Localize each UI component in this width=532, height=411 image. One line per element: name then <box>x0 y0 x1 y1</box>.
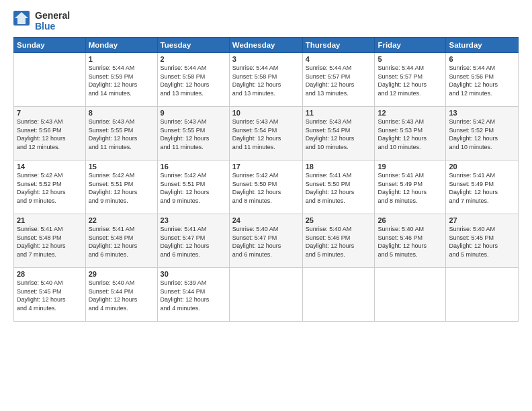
day-number: 25 <box>306 216 372 224</box>
day-info: Sunrise: 5:40 AM Sunset: 5:44 PM Dayligh… <box>89 279 154 312</box>
day-info: Sunrise: 5:44 AM Sunset: 5:57 PM Dayligh… <box>378 64 443 97</box>
day-info: Sunrise: 5:44 AM Sunset: 5:58 PM Dayligh… <box>161 64 226 97</box>
calendar-cell: 24Sunrise: 5:40 AM Sunset: 5:47 PM Dayli… <box>229 214 302 268</box>
calendar-day-header: Monday <box>85 38 157 53</box>
calendar-cell: 25Sunrise: 5:40 AM Sunset: 5:46 PM Dayli… <box>302 214 375 268</box>
day-info: Sunrise: 5:41 AM Sunset: 5:47 PM Dayligh… <box>161 225 226 259</box>
day-info: Sunrise: 5:42 AM Sunset: 5:51 PM Dayligh… <box>89 171 154 205</box>
day-info: Sunrise: 5:42 AM Sunset: 5:52 PM Dayligh… <box>449 118 515 151</box>
day-info: Sunrise: 5:42 AM Sunset: 5:52 PM Dayligh… <box>17 171 83 205</box>
calendar-cell: 15Sunrise: 5:42 AM Sunset: 5:51 PM Dayli… <box>85 161 157 214</box>
calendar-cell: 29Sunrise: 5:40 AM Sunset: 5:44 PM Dayli… <box>85 268 157 322</box>
day-info: Sunrise: 5:43 AM Sunset: 5:55 PM Dayligh… <box>161 118 226 151</box>
day-number: 17 <box>232 163 300 171</box>
day-number: 30 <box>161 270 226 278</box>
page: General Blue SundayMondayTuesdayWednesda… <box>0 0 532 411</box>
calendar-day-header: Friday <box>375 38 446 53</box>
day-number: 6 <box>449 55 515 63</box>
calendar-cell: 23Sunrise: 5:41 AM Sunset: 5:47 PM Dayli… <box>157 214 229 268</box>
day-number: 1 <box>89 55 154 63</box>
day-info: Sunrise: 5:40 AM Sunset: 5:46 PM Dayligh… <box>378 225 443 259</box>
day-info: Sunrise: 5:43 AM Sunset: 5:53 PM Dayligh… <box>378 118 443 151</box>
calendar-cell: 28Sunrise: 5:40 AM Sunset: 5:45 PM Dayli… <box>14 268 86 322</box>
day-number: 26 <box>378 216 443 224</box>
day-info: Sunrise: 5:43 AM Sunset: 5:54 PM Dayligh… <box>306 118 372 151</box>
logo-blue: Blue <box>35 21 70 32</box>
calendar-cell <box>446 268 519 322</box>
logo: General Blue <box>13 10 70 32</box>
day-number: 10 <box>232 109 300 117</box>
calendar-cell <box>375 268 446 322</box>
day-number: 5 <box>378 55 443 63</box>
calendar-cell: 26Sunrise: 5:40 AM Sunset: 5:46 PM Dayli… <box>375 214 446 268</box>
day-info: Sunrise: 5:44 AM Sunset: 5:59 PM Dayligh… <box>89 64 154 97</box>
calendar-week-row: 14Sunrise: 5:42 AM Sunset: 5:52 PM Dayli… <box>14 161 519 214</box>
calendar-cell <box>302 268 375 322</box>
day-info: Sunrise: 5:44 AM Sunset: 5:57 PM Dayligh… <box>306 64 372 97</box>
day-number: 23 <box>161 216 226 224</box>
calendar-week-row: 7Sunrise: 5:43 AM Sunset: 5:56 PM Daylig… <box>14 107 519 161</box>
calendar-cell: 2Sunrise: 5:44 AM Sunset: 5:58 PM Daylig… <box>157 53 229 107</box>
calendar-day-header: Sunday <box>14 38 86 53</box>
day-info: Sunrise: 5:42 AM Sunset: 5:50 PM Dayligh… <box>232 171 300 205</box>
day-info: Sunrise: 5:42 AM Sunset: 5:51 PM Dayligh… <box>161 171 226 205</box>
calendar-cell: 4Sunrise: 5:44 AM Sunset: 5:57 PM Daylig… <box>302 53 375 107</box>
calendar-cell: 22Sunrise: 5:41 AM Sunset: 5:48 PM Dayli… <box>85 214 157 268</box>
calendar-day-header: Tuesday <box>157 38 229 53</box>
day-number: 20 <box>449 163 515 171</box>
calendar-cell: 14Sunrise: 5:42 AM Sunset: 5:52 PM Dayli… <box>14 161 86 214</box>
day-number: 13 <box>449 109 515 117</box>
day-number: 16 <box>161 163 226 171</box>
day-number: 21 <box>17 216 83 224</box>
day-number: 27 <box>449 216 515 224</box>
calendar-cell: 17Sunrise: 5:42 AM Sunset: 5:50 PM Dayli… <box>229 161 302 214</box>
calendar-cell: 18Sunrise: 5:41 AM Sunset: 5:50 PM Dayli… <box>302 161 375 214</box>
day-info: Sunrise: 5:41 AM Sunset: 5:50 PM Dayligh… <box>306 171 372 205</box>
calendar-cell: 30Sunrise: 5:39 AM Sunset: 5:44 PM Dayli… <box>157 268 229 322</box>
calendar-cell: 3Sunrise: 5:44 AM Sunset: 5:58 PM Daylig… <box>229 53 302 107</box>
calendar-day-header: Wednesday <box>229 38 302 53</box>
day-info: Sunrise: 5:41 AM Sunset: 5:48 PM Dayligh… <box>89 225 154 259</box>
calendar-cell <box>229 268 302 322</box>
day-info: Sunrise: 5:43 AM Sunset: 5:55 PM Dayligh… <box>89 118 154 151</box>
calendar-day-header: Saturday <box>446 38 519 53</box>
day-number: 3 <box>232 55 300 63</box>
day-number: 15 <box>89 163 154 171</box>
calendar-cell: 13Sunrise: 5:42 AM Sunset: 5:52 PM Dayli… <box>446 107 519 161</box>
day-number: 11 <box>306 109 372 117</box>
day-number: 9 <box>161 109 226 117</box>
day-info: Sunrise: 5:44 AM Sunset: 5:58 PM Dayligh… <box>232 64 300 97</box>
day-number: 7 <box>17 109 83 117</box>
day-info: Sunrise: 5:40 AM Sunset: 5:45 PM Dayligh… <box>449 225 515 259</box>
day-number: 18 <box>306 163 372 171</box>
day-number: 29 <box>89 270 154 278</box>
calendar-cell: 9Sunrise: 5:43 AM Sunset: 5:55 PM Daylig… <box>157 107 229 161</box>
day-number: 12 <box>378 109 443 117</box>
day-info: Sunrise: 5:41 AM Sunset: 5:49 PM Dayligh… <box>449 171 515 205</box>
day-info: Sunrise: 5:41 AM Sunset: 5:49 PM Dayligh… <box>378 171 443 205</box>
calendar-week-row: 1Sunrise: 5:44 AM Sunset: 5:59 PM Daylig… <box>14 53 519 107</box>
day-info: Sunrise: 5:43 AM Sunset: 5:56 PM Dayligh… <box>17 118 83 151</box>
day-number: 4 <box>306 55 372 63</box>
day-number: 22 <box>89 216 154 224</box>
calendar-cell: 7Sunrise: 5:43 AM Sunset: 5:56 PM Daylig… <box>14 107 86 161</box>
logo-svg <box>13 11 30 31</box>
logo-general: General <box>35 10 70 21</box>
day-info: Sunrise: 5:41 AM Sunset: 5:48 PM Dayligh… <box>17 225 83 259</box>
day-info: Sunrise: 5:40 AM Sunset: 5:46 PM Dayligh… <box>306 225 372 259</box>
day-info: Sunrise: 5:39 AM Sunset: 5:44 PM Dayligh… <box>161 279 226 312</box>
day-number: 24 <box>232 216 300 224</box>
day-number: 14 <box>17 163 83 171</box>
day-info: Sunrise: 5:40 AM Sunset: 5:45 PM Dayligh… <box>17 279 83 312</box>
calendar-header-row: SundayMondayTuesdayWednesdayThursdayFrid… <box>14 38 519 53</box>
header: General Blue <box>13 10 519 32</box>
calendar-cell: 21Sunrise: 5:41 AM Sunset: 5:48 PM Dayli… <box>14 214 86 268</box>
calendar-day-header: Thursday <box>302 38 375 53</box>
calendar-cell: 11Sunrise: 5:43 AM Sunset: 5:54 PM Dayli… <box>302 107 375 161</box>
calendar-cell: 5Sunrise: 5:44 AM Sunset: 5:57 PM Daylig… <box>375 53 446 107</box>
calendar-cell: 20Sunrise: 5:41 AM Sunset: 5:49 PM Dayli… <box>446 161 519 214</box>
calendar-cell: 16Sunrise: 5:42 AM Sunset: 5:51 PM Dayli… <box>157 161 229 214</box>
calendar-cell: 8Sunrise: 5:43 AM Sunset: 5:55 PM Daylig… <box>85 107 157 161</box>
day-number: 28 <box>17 270 83 278</box>
day-info: Sunrise: 5:40 AM Sunset: 5:47 PM Dayligh… <box>232 225 300 259</box>
